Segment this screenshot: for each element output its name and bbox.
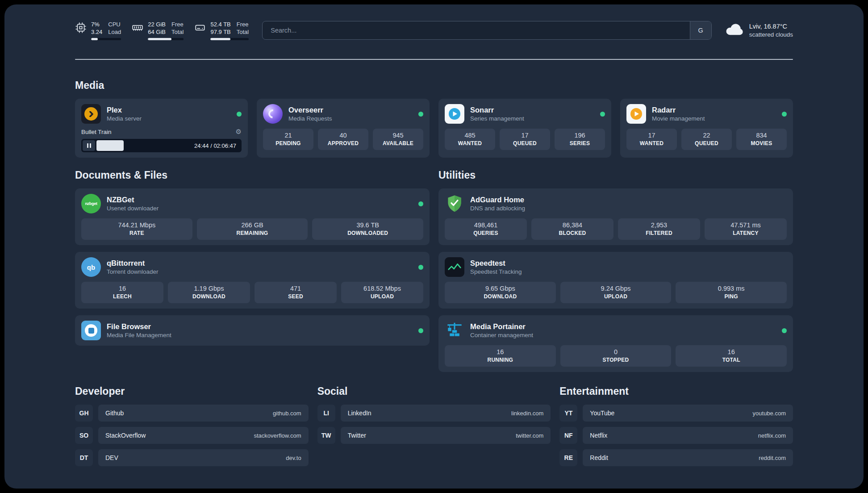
section-social: Social LI LinkedIn linkedin.com TW Twitt… <box>317 385 551 472</box>
stat-value: 945 <box>375 132 421 139</box>
stat-tile: 0 STOPPED <box>560 345 672 367</box>
bookmark-url: linkedin.com <box>511 410 543 417</box>
bookmark-linkedin[interactable]: LI LinkedIn linkedin.com <box>317 405 551 422</box>
service-card-overseerr[interactable]: Overseerr Media Requests 21 PENDING 40 A… <box>257 99 430 158</box>
bookmark-name: Netflix <box>590 432 607 439</box>
plex-icon <box>81 104 101 124</box>
stat-tile: 1.19 Gbps DOWNLOAD <box>168 282 250 303</box>
search-input[interactable] <box>263 21 689 39</box>
stat-tile: 17 WANTED <box>626 129 677 150</box>
bookmark-name: DEV <box>105 454 118 461</box>
service-name: Radarr <box>652 106 705 114</box>
bookmark-url: reddit.com <box>759 455 786 461</box>
stat-value: 9.24 Gbps <box>562 285 670 292</box>
stat-label: SERIES <box>556 140 603 146</box>
search-engine-button[interactable]: G <box>690 21 711 39</box>
stat-label: BLOCKED <box>533 230 612 236</box>
cpu-percent: 7% <box>91 21 102 28</box>
stat-tile: 485 WANTED <box>445 129 495 150</box>
section-entertainment: Entertainment YT YouTube youtube.com NF … <box>559 385 793 472</box>
stat-label: QUERIES <box>447 230 525 236</box>
service-card-plex[interactable]: Plex Media server Bullet Train ⚙ <box>75 99 248 158</box>
service-subtitle: Torrent downloader <box>107 268 159 275</box>
service-subtitle: Media File Management <box>107 332 171 338</box>
stat-value: 1.19 Gbps <box>170 285 248 292</box>
stat-value: 498,461 <box>447 221 525 229</box>
service-card-sonarr[interactable]: Sonarr Series management 485 WANTED 17 Q… <box>438 99 611 158</box>
stat-tile: 2,953 FILTERED <box>618 218 700 240</box>
weather-condition: scattered clouds <box>749 31 793 39</box>
playback-progress-fill <box>96 140 124 151</box>
stat-label: SEED <box>256 293 335 300</box>
service-name: Speedtest <box>470 259 522 267</box>
bookmark-url: youtube.com <box>753 410 786 417</box>
ram-free-label: Free <box>171 21 184 28</box>
service-card-nzbget[interactable]: nzbget NZBGet Usenet downloader 744.21 M… <box>75 188 430 245</box>
stat-tile: 21 PENDING <box>263 129 313 150</box>
stat-value: 834 <box>738 132 785 139</box>
bookmark-abbr: LI <box>317 405 335 422</box>
service-card-radarr[interactable]: Radarr Movie management 17 WANTED 22 QUE… <box>620 99 793 158</box>
stat-value: 17 <box>628 132 675 139</box>
ram-usage-bar <box>148 38 184 40</box>
stat-label: RUNNING <box>447 357 554 363</box>
stat-tile: 266 GB REMAINING <box>197 218 308 240</box>
stat-value: 618.52 Mbps <box>343 285 421 292</box>
nzbget-icon: nzbget <box>81 194 101 213</box>
status-dot <box>782 112 787 117</box>
stat-value: 16 <box>447 348 554 355</box>
cpu-label: CPU <box>108 21 121 28</box>
service-name: Sonarr <box>470 106 524 114</box>
load-label: Load <box>108 28 121 36</box>
bookmark-netflix[interactable]: NF Netflix netflix.com <box>559 427 793 444</box>
bookmark-twitter[interactable]: TW Twitter twitter.com <box>317 427 551 444</box>
bookmark-name: StackOverflow <box>105 432 146 439</box>
disk-total-label: Total <box>237 28 249 36</box>
media-section-title: Media <box>75 79 793 92</box>
filebrowser-icon <box>81 321 101 340</box>
service-card-filebrowser[interactable]: File Browser Media File Management <box>75 315 430 346</box>
bookmark-stackoverflow[interactable]: SO StackOverflow stackoverflow.com <box>75 427 309 444</box>
pause-icon[interactable] <box>83 140 95 151</box>
service-card-adguard[interactable]: AdGuard Home DNS and adblocking 498,461 … <box>438 188 793 245</box>
service-card-qbittorrent[interactable]: qb qBittorrent Torrent downloader 16 <box>75 252 430 309</box>
bookmark-youtube[interactable]: YT YouTube youtube.com <box>559 405 793 422</box>
service-name: AdGuard Home <box>470 196 525 204</box>
service-subtitle: Usenet downloader <box>107 205 159 212</box>
stat-tile: 945 AVAILABLE <box>373 129 423 150</box>
service-card-speedtest[interactable]: Speedtest Speedtest Tracking 9.65 Gbps D… <box>438 252 793 309</box>
bookmark-abbr: SO <box>75 427 93 444</box>
stat-label: STOPPED <box>562 357 670 363</box>
stat-tile: 498,461 QUERIES <box>445 218 527 240</box>
stat-label: REMAINING <box>199 230 306 236</box>
dashboard-frame: 7% 3.24 CPU Load <box>4 4 864 489</box>
stat-tile: 744.21 Mbps RATE <box>81 218 192 240</box>
service-card-portainer[interactable]: Media Portainer Container management 16 … <box>438 315 793 372</box>
stat-label: TOTAL <box>677 357 785 363</box>
bookmark-abbr: YT <box>559 405 577 422</box>
bookmark-dev[interactable]: DT DEV dev.to <box>75 449 309 466</box>
playback-progress-bar[interactable]: 24:44 / 02:06:47 <box>81 139 242 152</box>
cpu-monitor: 7% 3.24 CPU Load <box>75 21 121 40</box>
documents-section-title: Documents & Files <box>75 169 430 181</box>
stat-tile: 16 TOTAL <box>676 345 787 367</box>
stat-tile: 86,384 BLOCKED <box>531 218 613 240</box>
gear-icon[interactable]: ⚙ <box>236 128 242 136</box>
sonarr-icon <box>445 104 464 124</box>
speedtest-icon <box>445 257 464 277</box>
stat-value: 0 <box>562 348 670 355</box>
bookmark-reddit[interactable]: RE Reddit reddit.com <box>559 449 793 466</box>
stat-value: 2,953 <box>620 221 698 229</box>
service-subtitle: DNS and adblocking <box>470 205 525 212</box>
cpu-icon <box>75 22 87 33</box>
stat-label: PING <box>677 293 785 300</box>
cloud-icon <box>725 23 744 38</box>
disk-usage-bar <box>210 38 249 40</box>
topbar: 7% 3.24 CPU Load <box>75 4 793 40</box>
stat-tile: 16 RUNNING <box>445 345 556 367</box>
playback-time: 24:44 / 02:06:47 <box>194 142 236 149</box>
bookmark-abbr: GH <box>75 405 93 422</box>
bookmark-github[interactable]: GH Github github.com <box>75 405 309 422</box>
stat-tile: 47.571 ms LATENCY <box>705 218 787 240</box>
stat-value: 16 <box>677 348 785 355</box>
